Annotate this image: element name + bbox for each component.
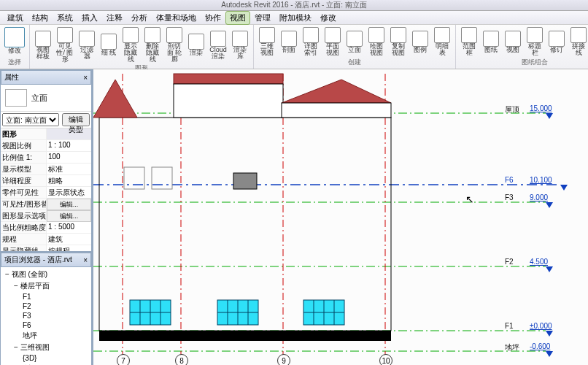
menu-manage[interactable]: 管理 bbox=[250, 11, 275, 25]
thin-lines-button[interactable]: 细 线 bbox=[98, 26, 119, 64]
tree-node[interactable]: F2 bbox=[2, 301, 90, 311]
tree-node[interactable]: F3 bbox=[2, 311, 90, 320]
duplicate-view-button[interactable]: 复制 视图 bbox=[388, 26, 409, 57]
filters-button[interactable]: 过滤器 bbox=[77, 26, 97, 64]
svg-rect-13 bbox=[174, 84, 283, 118]
tree-node[interactable]: − 楼层平面 bbox=[2, 280, 90, 292]
menu-bar: 建筑 结构 系统 插入 注释 分析 体量和场地 协作 视图 管理 附加模块 修改 bbox=[0, 11, 588, 25]
level-name[interactable]: 地坪 bbox=[505, 342, 519, 353]
legend-button[interactable]: 图例 bbox=[410, 26, 430, 57]
sheet-button[interactable]: 图纸 bbox=[481, 26, 501, 57]
svg-rect-18 bbox=[233, 173, 257, 189]
level-name[interactable]: 屋顶 bbox=[505, 104, 519, 115]
property-grid: 图形视图比例1 : 100比例值 1:100显示模型标准详细程度粗略零件可见性显… bbox=[1, 128, 91, 252]
property-row[interactable]: 图形显示选项编辑... bbox=[1, 210, 91, 222]
view-button[interactable]: 视图 bbox=[503, 26, 523, 57]
property-row[interactable]: 显示模型标准 bbox=[1, 164, 91, 175]
render-gallery-button[interactable]: 渲染 库 bbox=[230, 26, 250, 64]
property-row[interactable]: 比例值 1:100 bbox=[1, 152, 91, 164]
svg-marker-37 bbox=[546, 266, 553, 272]
svg-marker-14 bbox=[282, 80, 391, 103]
level-elevation[interactable]: 15.000 bbox=[530, 104, 552, 112]
remove-hidden-button[interactable]: 删除 隐藏线 bbox=[142, 26, 163, 64]
instance-selector[interactable]: 立面: 南立面 bbox=[2, 113, 59, 126]
property-row[interactable]: 当比例粗略度...1 : 5000 bbox=[1, 222, 91, 234]
svg-marker-38 bbox=[546, 331, 553, 337]
property-row[interactable]: 显示隐藏线按规程 bbox=[1, 245, 91, 252]
revision-button[interactable]: 修订 bbox=[546, 26, 567, 57]
property-row[interactable]: 详细程度粗略 bbox=[1, 175, 91, 187]
svg-marker-40 bbox=[560, 185, 568, 191]
svg-rect-16 bbox=[124, 167, 144, 189]
svg-marker-39 bbox=[546, 351, 553, 357]
menu-collab[interactable]: 协作 bbox=[201, 11, 225, 25]
edit-type-button[interactable]: 编辑类型 bbox=[62, 113, 90, 126]
cloud-render-button[interactable]: Cloud 渲染 bbox=[208, 26, 228, 64]
browser-header[interactable]: 项目浏览器 - 酒店.rvt× bbox=[1, 253, 91, 267]
level-elevation[interactable]: ±0.000 bbox=[530, 322, 552, 330]
cut-profile-button[interactable]: 剖切面 轮廓 bbox=[164, 26, 185, 64]
title-bar: Autodesk Revit 2016 - 酒店.rvt - 立面: 南立面 bbox=[0, 0, 588, 11]
svg-rect-15 bbox=[282, 103, 391, 118]
tree-node[interactable]: − 三维视图 bbox=[2, 342, 90, 353]
schedule-button[interactable]: 明细表 bbox=[432, 26, 452, 57]
callout-button[interactable]: 详图索引 bbox=[301, 26, 321, 57]
close-icon[interactable]: × bbox=[83, 256, 88, 264]
menu-insert[interactable]: 插入 bbox=[77, 11, 102, 25]
property-row[interactable]: 图形 bbox=[1, 128, 91, 140]
property-row[interactable]: 视图比例1 : 100 bbox=[1, 140, 91, 152]
tree-node[interactable]: − 视图 (全部) bbox=[2, 269, 90, 280]
show-hidden-button[interactable]: 显示 隐藏线 bbox=[120, 26, 141, 64]
level-name[interactable]: F1 bbox=[505, 322, 514, 330]
visibility-button[interactable]: 可见性/ 图形 bbox=[55, 26, 75, 64]
grid-bubble[interactable]: 7 bbox=[117, 354, 130, 365]
grid-bubble[interactable]: 10 bbox=[379, 354, 392, 365]
level-elevation[interactable]: 9.000 bbox=[530, 193, 548, 201]
level-elevation[interactable]: -0.600 bbox=[530, 342, 550, 350]
menu-modify[interactable]: 修改 bbox=[316, 11, 341, 25]
svg-rect-17 bbox=[152, 167, 172, 189]
properties-panel: 属性× 立面 立面: 南立面 编辑类型 图形视图比例1 : 100比例值 1:1… bbox=[0, 69, 92, 252]
section-button[interactable]: 剖面 bbox=[279, 26, 299, 57]
scope-box-button[interactable]: 范围 框 bbox=[459, 26, 479, 57]
level-elevation[interactable]: 10.100 bbox=[530, 176, 552, 184]
tree-node[interactable]: 地坪 bbox=[2, 330, 90, 342]
level-name[interactable]: F3 bbox=[505, 193, 514, 201]
menu-sys[interactable]: 系统 bbox=[53, 11, 77, 25]
grid-bubble[interactable]: 9 bbox=[277, 354, 290, 365]
svg-rect-12 bbox=[174, 74, 283, 84]
elevation-button[interactable]: 立面 bbox=[344, 26, 365, 57]
property-row[interactable]: 零件可见性显示原状态 bbox=[1, 187, 91, 199]
property-row[interactable]: 规程建筑 bbox=[1, 234, 91, 245]
properties-header[interactable]: 属性× bbox=[1, 70, 91, 85]
menu-view[interactable]: 视图 bbox=[225, 11, 250, 25]
ribbon: 修改 选择 视图 样板 可见性/ 图形 过滤器 细 线 显示 隐藏线 删除 隐藏… bbox=[0, 25, 588, 69]
menu-massing[interactable]: 体量和场地 bbox=[152, 11, 201, 25]
menu-addins[interactable]: 附加模块 bbox=[275, 11, 316, 25]
level-name[interactable]: F2 bbox=[505, 258, 514, 266]
tree-node[interactable]: F1 bbox=[2, 292, 90, 301]
menu-annotate[interactable]: 注释 bbox=[102, 11, 127, 25]
menu-analyze[interactable]: 分析 bbox=[127, 11, 152, 25]
modify-button[interactable]: 修改 bbox=[3, 26, 26, 55]
titleblock-button[interactable]: 标题 栏 bbox=[525, 26, 545, 57]
matchline-button[interactable]: 拼接线 bbox=[568, 26, 588, 57]
svg-rect-10 bbox=[99, 118, 391, 331]
project-browser: 项目浏览器 - 酒店.rvt× − 视图 (全部)− 楼层平面F1F2F3F6地… bbox=[0, 252, 92, 365]
level-name[interactable]: F6 bbox=[505, 176, 514, 184]
drafting-view-button[interactable]: 绘图 视图 bbox=[366, 26, 387, 57]
level-elevation[interactable]: 4.500 bbox=[530, 258, 548, 266]
render-button[interactable]: 渲染 bbox=[186, 26, 206, 64]
plan-view-button[interactable]: 平面 视图 bbox=[322, 26, 343, 57]
close-icon[interactable]: × bbox=[83, 74, 88, 82]
3d-view-button[interactable]: 三维 视图 bbox=[257, 26, 277, 57]
tree-node[interactable]: F6 bbox=[2, 320, 90, 330]
view-template-button[interactable]: 视图 样板 bbox=[33, 26, 53, 64]
tree-node[interactable]: {3D} bbox=[2, 353, 90, 363]
menu-arch[interactable]: 建筑 bbox=[3, 11, 28, 25]
menu-struct[interactable]: 结构 bbox=[28, 11, 53, 25]
drawing-canvas[interactable]: 屋顶15.000F610.100F39.000F24.500F1±0.000地坪… bbox=[93, 69, 588, 365]
grid-bubble[interactable]: 8 bbox=[175, 354, 188, 365]
type-label: 立面 bbox=[31, 93, 47, 104]
property-row[interactable]: 可见性/图形替换编辑... bbox=[1, 199, 91, 210]
